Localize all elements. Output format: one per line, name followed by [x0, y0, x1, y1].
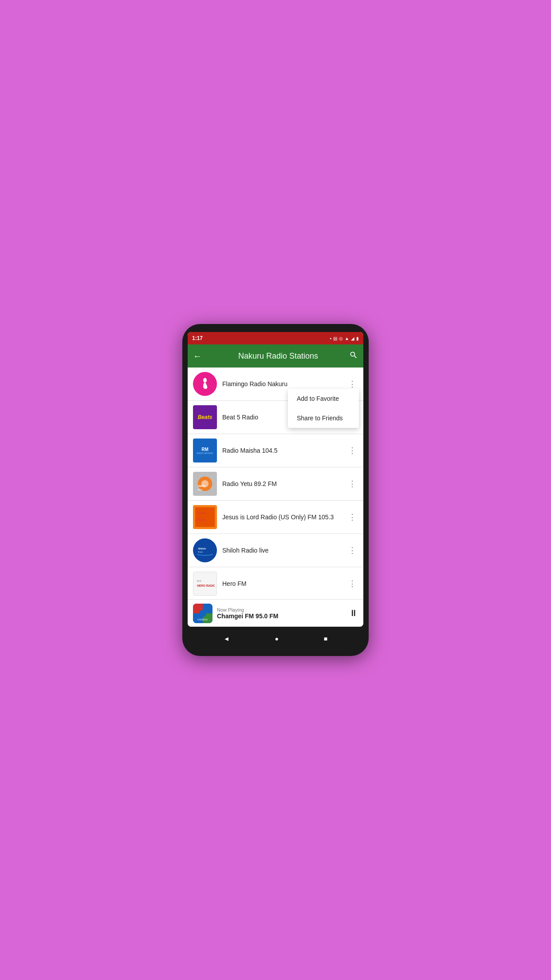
yetu-logo: radio yetu — [193, 472, 217, 496]
beat5-logo: Beats — [193, 405, 217, 429]
home-nav-button[interactable]: ● — [275, 635, 278, 642]
wifi-radio-icon: ◎ — [339, 336, 343, 341]
list-item[interactable]: 95.0 HERO RADIO Hero FM ⋮ — [188, 567, 363, 599]
svg-text:95.0: 95.0 — [197, 580, 201, 582]
svg-point-11 — [195, 541, 215, 560]
back-nav-button[interactable]: ◄ — [224, 635, 230, 642]
sim-icon: ▤ — [333, 336, 337, 341]
more-options-icon[interactable]: ⋮ — [346, 577, 358, 590]
phone-screen: 1:17 ▪ ▤ ◎ ▲ ◢ ▮ ← Nakuru Radio Stations — [188, 332, 363, 627]
share-to-friends-button[interactable]: Share to Friends — [288, 408, 359, 428]
more-options-icon[interactable]: ⋮ — [346, 544, 358, 557]
battery-icon: ▮ — [356, 336, 359, 341]
list-item[interactable]: RM RADIO MAISHA Radio Maisha 104.5 ⋮ — [188, 434, 363, 467]
station-name: Jesus is Lord Radio (US Only) FM 105.3 — [222, 514, 346, 521]
list-item[interactable]: Jesus is LORD Jesus is Lord Radio (US On… — [188, 501, 363, 534]
more-options-icon[interactable]: ⋮ — [346, 477, 358, 490]
station-name: Flamingo Radio Nakuru — [222, 380, 346, 387]
signal-icon: ▲ — [345, 336, 349, 341]
status-bar: 1:17 ▪ ▤ ◎ ▲ ◢ ▮ — [188, 332, 363, 344]
back-button[interactable]: ← — [193, 351, 202, 361]
status-icons: ▪ ▤ ◎ ▲ ◢ ▮ — [330, 336, 359, 341]
phone-nav-bar: ◄ ● ■ — [188, 629, 363, 648]
list-item[interactable]: Flamingo Radio Nakuru ⋮ Add to Favorite … — [188, 368, 363, 401]
shiloh-logo: Shiloh Radio — [193, 538, 217, 562]
network-icon: ◢ — [351, 336, 354, 341]
station-name: Radio Yetu 89.2 FM — [222, 480, 346, 487]
pause-button[interactable]: ⏸ — [349, 608, 358, 618]
search-icon[interactable] — [349, 351, 358, 362]
add-to-favorite-button[interactable]: Add to Favorite — [288, 389, 359, 408]
page-title: Nakuru Radio Stations — [207, 352, 349, 361]
flamingo-logo — [193, 372, 217, 396]
now-playing-info: Now Playing : Chamgei FM 95.0 FM — [217, 607, 349, 620]
content-area: Flamingo Radio Nakuru ⋮ Add to Favorite … — [188, 368, 363, 599]
svg-rect-7 — [195, 507, 215, 527]
phone-frame: 1:17 ▪ ▤ ◎ ▲ ◢ ▮ ← Nakuru Radio Stations — [182, 324, 369, 656]
station-name: Radio Maisha 104.5 — [222, 447, 346, 454]
station-name: Shiloh Radio live — [222, 547, 346, 554]
more-options-icon[interactable]: ⋮ — [346, 510, 358, 524]
app-bar: ← Nakuru Radio Stations — [188, 344, 363, 368]
battery-square-icon: ▪ — [330, 336, 332, 341]
svg-text:LORD: LORD — [196, 518, 205, 522]
hero-logo: 95.0 HERO RADIO — [193, 572, 217, 596]
svg-text:Radio: Radio — [198, 551, 203, 553]
list-item[interactable]: Shiloh Radio Shiloh Radio live ⋮ — [188, 534, 363, 567]
station-name: Hero FM — [222, 580, 346, 587]
now-playing-logo: CHAMGEI — [193, 604, 213, 623]
now-playing-title: Chamgei FM 95.0 FM — [217, 612, 349, 620]
svg-text:HERO RADIO: HERO RADIO — [197, 584, 215, 587]
more-options-icon[interactable]: ⋮ — [346, 444, 358, 457]
jesus-logo: Jesus is LORD — [193, 505, 217, 529]
svg-point-21 — [199, 610, 206, 617]
svg-text:Jesus: Jesus — [197, 511, 206, 515]
svg-text:CHAMGEI: CHAMGEI — [197, 618, 208, 621]
context-menu: Add to Favorite Share to Friends — [288, 389, 359, 428]
status-time: 1:17 — [192, 335, 203, 341]
svg-text:yetu: yetu — [197, 488, 202, 491]
maisha-logo: RM RADIO MAISHA — [193, 439, 217, 462]
now-playing-bar[interactable]: CHAMGEI Now Playing : Chamgei FM 95.0 FM… — [188, 599, 363, 627]
now-playing-label: Now Playing : — [217, 607, 349, 612]
svg-text:radio: radio — [198, 484, 205, 487]
svg-text:Shiloh: Shiloh — [198, 547, 206, 550]
recent-nav-button[interactable]: ■ — [324, 635, 327, 642]
svg-text:is: is — [199, 515, 201, 518]
list-item[interactable]: radio yetu Radio Yetu 89.2 FM ⋮ — [188, 467, 363, 501]
svg-point-1 — [204, 378, 206, 380]
